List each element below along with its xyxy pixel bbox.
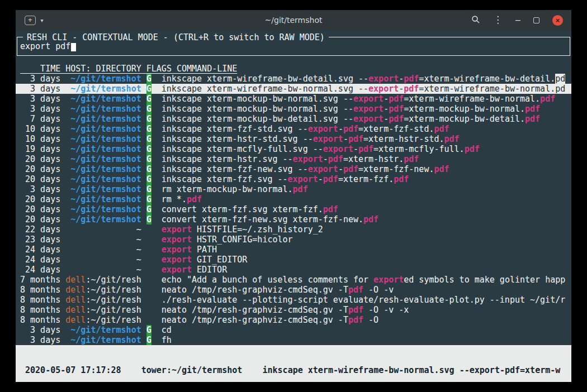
host-directory-cell: ~/git/termshot	[65, 325, 141, 335]
text-segment: -O -v	[363, 285, 394, 295]
host-directory-cell: ~/git/termshot	[65, 124, 141, 134]
history-row[interactable]: 19 days~/git/termshotGinkscape xterm-mcf…	[16, 144, 571, 154]
history-row[interactable]: 10 days~/git/termshotGinkscape xterm-fzf…	[16, 124, 571, 134]
close-button[interactable]: ×	[552, 15, 563, 26]
text-segment: -O -v -x	[363, 305, 409, 315]
truncated-match: pd	[555, 74, 565, 84]
history-row[interactable]: 3 days~/git/termshotGinkscape xterm-wire…	[16, 74, 571, 84]
chevron-down-icon: ▾	[41, 17, 44, 23]
new-tab-button[interactable]: +	[25, 16, 36, 25]
flags-cell: G	[146, 164, 152, 174]
history-row[interactable]: 20 days~/git/termshotGinkscape xterm-fzf…	[16, 164, 571, 174]
text-segment: ./resh-evaluate --plotting-script evalua…	[162, 295, 565, 305]
minimize-button[interactable]: –	[515, 15, 520, 25]
text-segment: =xterm-fzf-new.	[358, 164, 434, 174]
terminal-screen[interactable]: RESH CLI - CONTEXTUAL MODE - (CTRL+R to …	[16, 30, 571, 382]
text-segment: -O	[363, 315, 378, 325]
directory-path: ~/git/termshot	[70, 164, 141, 174]
time-cell: 3 days	[20, 335, 60, 345]
time-cell: 8 months	[20, 285, 60, 295]
history-row[interactable]: 3 days~/git/termshotGcd	[16, 325, 571, 335]
time-cell: 22 days	[20, 224, 60, 235]
flags-cell: G	[146, 134, 152, 144]
match-highlight: pdf	[187, 194, 202, 204]
history-row[interactable]: 20 days~/git/termshotGinkscape xterm-hst…	[16, 154, 571, 164]
time-cell: 3 days	[20, 74, 60, 84]
match-highlight: pdf	[323, 174, 338, 184]
text-segment: -	[323, 154, 328, 164]
match-highlight: export	[162, 235, 192, 245]
host-directory-cell: ~/git/termshot	[65, 194, 141, 204]
history-row[interactable]: 3 days~/git/termshotGfh	[16, 335, 571, 345]
tab-list-dropdown-button[interactable]: ▾	[41, 17, 44, 23]
text-segment: rm *.	[162, 194, 187, 204]
match-highlight: pdf	[328, 154, 343, 164]
time-cell: 8 months	[20, 295, 60, 305]
history-row[interactable]: 8 monthsdell:~/git/reshneato /tmp/resh-g…	[16, 315, 571, 325]
text-segment: fh	[162, 335, 172, 345]
text-segment: neato /tmp/resh-graphviz-cmdSeq.gv -T	[162, 305, 348, 315]
command-cell: convert xterm-fzf.svg xterm-fzf.pdf	[162, 204, 338, 214]
match-highlight: pdf	[389, 94, 404, 104]
history-row[interactable]: 3 days~/git/termshotGinkscape xterm-mock…	[16, 94, 571, 104]
match-highlight: pdf	[404, 84, 419, 94]
match-highlight: export	[353, 94, 384, 104]
command-cell: inkscape xterm-mockup-bw-normal.svg --ex…	[162, 94, 555, 104]
host-directory-cell: ~	[65, 255, 141, 265]
directory-path: ~/git/termshot	[70, 94, 141, 104]
directory-path: ~/git/termshot	[70, 114, 141, 124]
text-segment: -	[384, 104, 389, 114]
time-cell: 20 days	[20, 214, 60, 224]
host-directory-cell: dell:~/git/resh	[65, 275, 141, 285]
history-row[interactable]: 23 days~export HSTR_CONFIG=hicolor	[16, 235, 571, 245]
text-segment: -	[399, 74, 404, 84]
match-highlight: pdf	[343, 164, 358, 174]
command-cell: export GIT_EDITOR	[162, 255, 248, 265]
close-icon: ×	[556, 15, 560, 26]
history-row[interactable]: 20 days~/git/termshotGinkscape xterm-fzf…	[16, 174, 571, 184]
history-row[interactable]: 8 monthsdell:~/git/reshneato /tmp/resh-g…	[16, 285, 571, 295]
text-segment: =xterm-mcfly-full.	[373, 144, 465, 154]
text-segment: GIT_EDITOR	[192, 255, 247, 265]
menu-button[interactable]: ⋮	[493, 16, 503, 25]
search-button[interactable]	[471, 15, 480, 26]
history-row[interactable]: 24 days~export EDITOR	[16, 265, 571, 275]
host-directory-cell: ~/git/termshot	[65, 184, 141, 194]
match-highlight: export	[353, 104, 384, 114]
time-cell: 20 days	[20, 154, 60, 164]
restore-button[interactable]	[533, 17, 539, 23]
flags-cell: G	[146, 214, 152, 224]
git-flag: G	[146, 144, 152, 154]
host-directory-cell: ~/git/termshot	[65, 84, 141, 94]
history-row-selected[interactable]: 3 days~/git/termshotGinkscape xterm-wire…	[16, 84, 571, 94]
host-directory-cell: ~	[65, 245, 141, 255]
history-row[interactable]: 22 days~export HISTFILE=~/.zsh_history_2	[16, 224, 571, 235]
text-segment: echo "Add a bunch of useless comments fo…	[162, 275, 373, 285]
directory-path: ~/git/termshot	[70, 134, 141, 144]
match-highlight: export	[162, 224, 192, 235]
history-row[interactable]: 8 monthsdell:~/git/reshneato /tmp/resh-g…	[16, 305, 571, 315]
host-directory-cell: ~/git/termshot	[65, 104, 141, 114]
remote-host: dell	[65, 285, 86, 295]
search-input[interactable]: export pdf	[20, 41, 567, 51]
text-segment: inkscape xterm-mcfly-full.svg --	[162, 144, 323, 154]
history-row[interactable]: 24 days~export PATH	[16, 245, 571, 255]
history-row[interactable]: 10 days~/git/termshotGinkscape xterm-hst…	[16, 134, 571, 144]
search-box[interactable]: RESH CLI - CONTEXTUAL MODE - (CTRL+R to …	[17, 37, 570, 56]
text-segment: inkscape xterm-fzf-new.svg --	[162, 164, 308, 174]
history-row[interactable]: 7 monthsdell:~/git/reshecho "Add a bunch…	[16, 275, 571, 285]
flags-cell: G	[146, 204, 152, 214]
history-row[interactable]: 20 days~/git/termshotGconvert xterm-fzf.…	[16, 204, 571, 214]
history-row[interactable]: 3 days~/git/termshotGrm xterm-mockup-bw-…	[16, 184, 571, 194]
time-cell: 8 months	[20, 305, 60, 315]
time-cell: 7 days	[20, 114, 60, 124]
flags-cell: G	[146, 114, 152, 124]
history-row[interactable]: 7 days~/git/termshotGinkscape xterm-mock…	[16, 114, 571, 124]
history-row[interactable]: 3 days~/git/termshotGinkscape xterm-mock…	[16, 104, 571, 114]
history-row[interactable]: 20 days~/git/termshotGrm *.pdf	[16, 194, 571, 204]
time-cell: 3 days	[20, 84, 60, 94]
time-cell: 20 days	[20, 204, 60, 214]
history-row[interactable]: 24 days~export GIT_EDITOR	[16, 255, 571, 265]
history-row[interactable]: 8 monthsdell:~/git/resh./resh-evaluate -…	[16, 295, 571, 305]
history-row[interactable]: 20 days~/git/termshotGconvert xterm-fzf-…	[16, 214, 571, 224]
